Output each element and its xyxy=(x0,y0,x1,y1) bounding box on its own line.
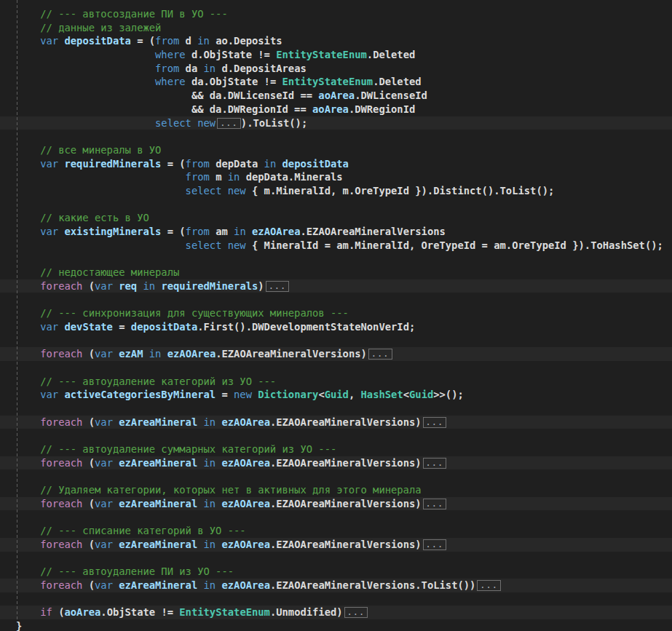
token-ctrl: foreach xyxy=(40,539,82,550)
code-line[interactable]: // все минералы в УО xyxy=(0,143,672,157)
code-line[interactable]: // --- автоудаление суммарных категорий … xyxy=(0,443,672,456)
token-pl: = xyxy=(216,389,234,400)
code-line[interactable] xyxy=(0,429,672,443)
token-vr: ezAOArea xyxy=(252,226,300,237)
code-line[interactable]: select new { MineralId = am.MineralId, O… xyxy=(0,239,672,253)
code-line[interactable] xyxy=(0,334,672,348)
token-pl xyxy=(16,158,40,170)
code-line[interactable] xyxy=(0,469,672,483)
token-kw: in xyxy=(204,579,216,591)
token-vr: ezAOArea xyxy=(167,348,216,360)
token-kw: var xyxy=(40,389,58,400)
token-kw: var xyxy=(40,321,58,333)
collapsed-region-box[interactable]: ... xyxy=(477,580,501,591)
code-line[interactable]: // недостающее минералы xyxy=(0,266,672,279)
code-line[interactable]: // --- автоудаление категорий из УО --- xyxy=(0,375,672,389)
code-line[interactable]: && da.DWLicenseId == aoArea.DWLicenseId xyxy=(0,89,672,103)
code-editor[interactable]: // --- автосоздание ПИ в УО --- // данны… xyxy=(0,0,672,631)
token-kw: where xyxy=(155,76,186,87)
code-line-highlighted[interactable]: foreach (var ezAreaMineral in ezAOArea.E… xyxy=(0,416,672,429)
code-line[interactable]: where d.ObjState != EntityStateEnum.Dele… xyxy=(0,48,672,62)
token-kw: new xyxy=(228,239,246,251)
collapsed-region-box[interactable]: ... xyxy=(266,281,290,292)
token-kw: select xyxy=(186,239,222,251)
token-kw: in xyxy=(143,280,155,292)
token-vr: ezAreaMineral xyxy=(119,416,197,428)
code-line[interactable]: var activeCategoriesByMineral = new Dict… xyxy=(0,388,672,402)
code-line[interactable]: var requiredMinerals = (from depData in … xyxy=(0,157,672,171)
code-line[interactable]: select new { m.MineralId, m.OreTypeId })… xyxy=(0,184,672,198)
collapsed-region-box[interactable]: ... xyxy=(423,417,447,428)
code-line-highlighted[interactable]: foreach (var ezAreaMineral in ezAOArea.E… xyxy=(0,538,672,552)
token-pl xyxy=(16,321,40,333)
token-pl xyxy=(246,226,252,237)
code-line[interactable] xyxy=(0,402,672,416)
code-line[interactable] xyxy=(0,130,672,143)
code-line-highlighted[interactable]: foreach (var ezAreaMineral in ezAOArea.E… xyxy=(0,579,672,592)
token-cm: // все минералы в УО xyxy=(16,144,161,156)
token-vr: depositData xyxy=(131,321,197,333)
code-line[interactable]: } xyxy=(0,619,672,631)
code-line[interactable]: var existingMinerals = (from am in ezAOA… xyxy=(0,225,672,239)
code-line-highlighted[interactable]: foreach (var ezAreaMineral in ezAOArea.E… xyxy=(0,497,672,511)
code-line-highlighted[interactable]: foreach (var ezAM in ezAOArea.EZAOAreaMi… xyxy=(0,347,672,361)
code-line-highlighted[interactable]: select new...).ToList(); xyxy=(0,116,672,130)
token-kw: in xyxy=(204,457,216,469)
token-vr: ezAOArea xyxy=(221,579,269,591)
token-pl: .Deleted xyxy=(373,76,421,87)
token-pl: ) xyxy=(258,280,264,292)
collapsed-region-box[interactable]: ... xyxy=(423,539,447,550)
token-kw: in xyxy=(264,158,277,170)
code-line[interactable]: var depositData = (from d in ao.Deposits xyxy=(0,34,672,48)
token-kw: in xyxy=(197,35,210,47)
code-line[interactable] xyxy=(0,252,672,266)
token-pl: { m.MineralId, m.OreTypeId }).Distinct()… xyxy=(246,185,555,197)
collapsed-region-box[interactable]: ... xyxy=(423,458,447,469)
code-line[interactable]: // --- списание категорий в УО --- xyxy=(0,524,672,538)
code-line-highlighted[interactable]: if (aoArea.ObjState != EntityStateEnum.U… xyxy=(0,606,672,619)
code-line[interactable] xyxy=(0,510,672,524)
code-line-highlighted[interactable]: foreach (var req in requiredMinerals)... xyxy=(0,279,672,293)
code-line[interactable] xyxy=(0,361,672,375)
code-line[interactable]: // какие есть в УО xyxy=(0,211,672,225)
token-pl: && da.DWRegionId == xyxy=(191,103,312,115)
code-line[interactable]: var devState = depositData.First().DWDev… xyxy=(0,320,672,334)
token-pl: && da.DWLicenseId == xyxy=(191,90,318,101)
token-cm: // данные из залежей xyxy=(16,22,161,33)
code-line[interactable]: from da in d.DepositAreas xyxy=(0,62,672,76)
code-line[interactable]: // Удаляем категории, которых нет в акти… xyxy=(0,483,672,497)
code-line[interactable]: && da.DWRegionId == aoArea.DWRegionId xyxy=(0,103,672,116)
token-pl xyxy=(16,63,155,74)
token-vr: requiredMinerals xyxy=(161,280,258,292)
code-line[interactable]: // --- автоудаление ПИ из УО --- xyxy=(0,565,672,579)
collapsed-region-box[interactable]: ... xyxy=(423,499,447,509)
code-line[interactable]: from m in depData.Minerals xyxy=(0,170,672,184)
code-line[interactable]: where da.ObjState != EntityStateEnum.Del… xyxy=(0,75,672,89)
token-kw: from xyxy=(155,63,179,74)
token-pl: } xyxy=(16,620,22,631)
code-line[interactable] xyxy=(0,552,672,565)
token-pl xyxy=(113,579,119,591)
token-pl: da xyxy=(179,63,203,74)
code-line[interactable]: // --- автосоздание ПИ в УО --- xyxy=(0,7,672,21)
token-ty: EntityStateEnum xyxy=(179,606,270,618)
token-kw: from xyxy=(186,171,210,183)
token-ctrl: foreach xyxy=(40,498,82,509)
code-line-highlighted[interactable]: foreach (var ezAreaMineral in ezAOArea.E… xyxy=(0,456,672,470)
token-ty: EntityStateEnum xyxy=(276,49,367,60)
token-vr: req xyxy=(119,280,137,292)
code-line[interactable] xyxy=(0,198,672,212)
collapsed-region-box[interactable]: ... xyxy=(368,349,392,360)
code-line[interactable] xyxy=(0,592,672,606)
code-line[interactable]: // --- синхронизация для существующих ми… xyxy=(0,306,672,320)
token-kw: from xyxy=(186,158,210,170)
collapsed-region-box[interactable]: ... xyxy=(217,118,241,129)
code-line[interactable]: // данные из залежей xyxy=(0,21,672,35)
token-cm: // --- автоудаление ПИ из УО --- xyxy=(16,565,234,577)
token-pl xyxy=(16,457,40,469)
collapsed-region-box[interactable]: ... xyxy=(344,607,368,618)
token-vr: ezAreaMineral xyxy=(119,498,197,509)
code-line[interactable] xyxy=(0,293,672,306)
token-kw: var xyxy=(95,457,113,469)
token-pl: < xyxy=(318,389,324,400)
